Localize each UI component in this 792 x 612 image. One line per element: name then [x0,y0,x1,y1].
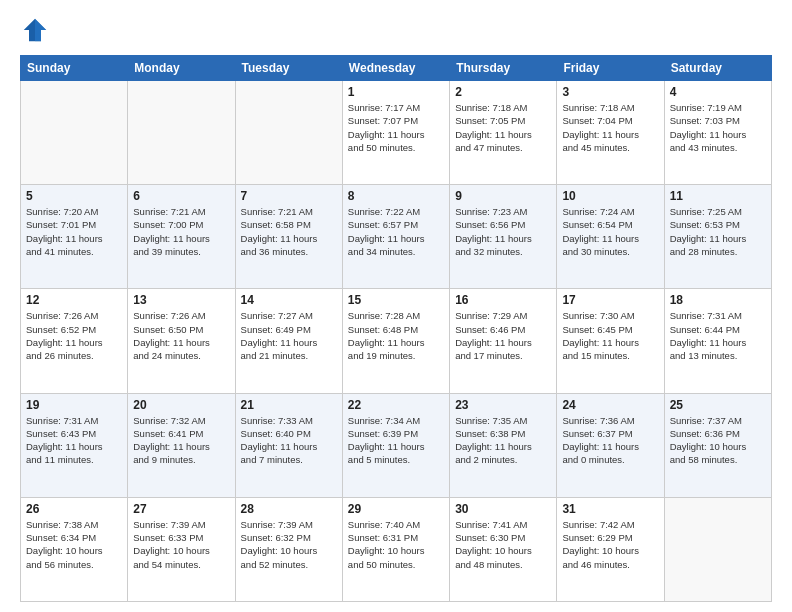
calendar-cell: 30Sunrise: 7:41 AM Sunset: 6:30 PM Dayli… [450,497,557,601]
calendar-cell: 3Sunrise: 7:18 AM Sunset: 7:04 PM Daylig… [557,81,664,185]
cell-date: 11 [670,189,766,203]
cell-date: 7 [241,189,337,203]
cell-date: 31 [562,502,658,516]
calendar-cell: 8Sunrise: 7:22 AM Sunset: 6:57 PM Daylig… [342,185,449,289]
cell-info: Sunrise: 7:36 AM Sunset: 6:37 PM Dayligh… [562,414,658,467]
weekday-header-monday: Monday [128,56,235,81]
cell-date: 24 [562,398,658,412]
cell-date: 2 [455,85,551,99]
calendar-table: SundayMondayTuesdayWednesdayThursdayFrid… [20,55,772,602]
calendar-cell: 18Sunrise: 7:31 AM Sunset: 6:44 PM Dayli… [664,289,771,393]
cell-date: 1 [348,85,444,99]
calendar-cell: 29Sunrise: 7:40 AM Sunset: 6:31 PM Dayli… [342,497,449,601]
calendar-cell: 4Sunrise: 7:19 AM Sunset: 7:03 PM Daylig… [664,81,771,185]
calendar-cell: 6Sunrise: 7:21 AM Sunset: 7:00 PM Daylig… [128,185,235,289]
cell-info: Sunrise: 7:26 AM Sunset: 6:52 PM Dayligh… [26,309,122,362]
cell-info: Sunrise: 7:18 AM Sunset: 7:04 PM Dayligh… [562,101,658,154]
cell-date: 3 [562,85,658,99]
calendar-cell: 15Sunrise: 7:28 AM Sunset: 6:48 PM Dayli… [342,289,449,393]
svg-marker-1 [35,19,46,42]
calendar-cell: 20Sunrise: 7:32 AM Sunset: 6:41 PM Dayli… [128,393,235,497]
cell-info: Sunrise: 7:31 AM Sunset: 6:43 PM Dayligh… [26,414,122,467]
cell-date: 18 [670,293,766,307]
cell-info: Sunrise: 7:35 AM Sunset: 6:38 PM Dayligh… [455,414,551,467]
cell-date: 17 [562,293,658,307]
calendar-week-row: 1Sunrise: 7:17 AM Sunset: 7:07 PM Daylig… [21,81,772,185]
cell-info: Sunrise: 7:39 AM Sunset: 6:32 PM Dayligh… [241,518,337,571]
cell-info: Sunrise: 7:21 AM Sunset: 7:00 PM Dayligh… [133,205,229,258]
cell-info: Sunrise: 7:34 AM Sunset: 6:39 PM Dayligh… [348,414,444,467]
calendar-cell: 13Sunrise: 7:26 AM Sunset: 6:50 PM Dayli… [128,289,235,393]
cell-info: Sunrise: 7:26 AM Sunset: 6:50 PM Dayligh… [133,309,229,362]
logo-icon [20,15,50,45]
calendar-cell: 24Sunrise: 7:36 AM Sunset: 6:37 PM Dayli… [557,393,664,497]
cell-info: Sunrise: 7:17 AM Sunset: 7:07 PM Dayligh… [348,101,444,154]
cell-info: Sunrise: 7:30 AM Sunset: 6:45 PM Dayligh… [562,309,658,362]
calendar-cell: 16Sunrise: 7:29 AM Sunset: 6:46 PM Dayli… [450,289,557,393]
cell-date: 29 [348,502,444,516]
cell-info: Sunrise: 7:28 AM Sunset: 6:48 PM Dayligh… [348,309,444,362]
cell-date: 14 [241,293,337,307]
cell-date: 19 [26,398,122,412]
calendar-cell: 21Sunrise: 7:33 AM Sunset: 6:40 PM Dayli… [235,393,342,497]
cell-info: Sunrise: 7:38 AM Sunset: 6:34 PM Dayligh… [26,518,122,571]
cell-date: 4 [670,85,766,99]
calendar-week-row: 12Sunrise: 7:26 AM Sunset: 6:52 PM Dayli… [21,289,772,393]
weekday-header-row: SundayMondayTuesdayWednesdayThursdayFrid… [21,56,772,81]
cell-info: Sunrise: 7:23 AM Sunset: 6:56 PM Dayligh… [455,205,551,258]
calendar-cell: 31Sunrise: 7:42 AM Sunset: 6:29 PM Dayli… [557,497,664,601]
calendar-cell: 26Sunrise: 7:38 AM Sunset: 6:34 PM Dayli… [21,497,128,601]
calendar-cell: 23Sunrise: 7:35 AM Sunset: 6:38 PM Dayli… [450,393,557,497]
cell-date: 22 [348,398,444,412]
cell-info: Sunrise: 7:27 AM Sunset: 6:49 PM Dayligh… [241,309,337,362]
calendar-cell: 25Sunrise: 7:37 AM Sunset: 6:36 PM Dayli… [664,393,771,497]
cell-date: 25 [670,398,766,412]
calendar-cell: 5Sunrise: 7:20 AM Sunset: 7:01 PM Daylig… [21,185,128,289]
cell-date: 30 [455,502,551,516]
calendar-cell: 10Sunrise: 7:24 AM Sunset: 6:54 PM Dayli… [557,185,664,289]
logo [20,15,54,45]
calendar-cell: 14Sunrise: 7:27 AM Sunset: 6:49 PM Dayli… [235,289,342,393]
cell-date: 10 [562,189,658,203]
calendar-cell: 11Sunrise: 7:25 AM Sunset: 6:53 PM Dayli… [664,185,771,289]
calendar-cell: 12Sunrise: 7:26 AM Sunset: 6:52 PM Dayli… [21,289,128,393]
cell-date: 15 [348,293,444,307]
calendar-cell: 2Sunrise: 7:18 AM Sunset: 7:05 PM Daylig… [450,81,557,185]
cell-date: 9 [455,189,551,203]
cell-info: Sunrise: 7:22 AM Sunset: 6:57 PM Dayligh… [348,205,444,258]
cell-date: 26 [26,502,122,516]
weekday-header-wednesday: Wednesday [342,56,449,81]
calendar-cell: 28Sunrise: 7:39 AM Sunset: 6:32 PM Dayli… [235,497,342,601]
cell-info: Sunrise: 7:24 AM Sunset: 6:54 PM Dayligh… [562,205,658,258]
cell-date: 28 [241,502,337,516]
calendar-cell [235,81,342,185]
calendar-cell: 19Sunrise: 7:31 AM Sunset: 6:43 PM Dayli… [21,393,128,497]
weekday-header-friday: Friday [557,56,664,81]
cell-info: Sunrise: 7:37 AM Sunset: 6:36 PM Dayligh… [670,414,766,467]
cell-info: Sunrise: 7:29 AM Sunset: 6:46 PM Dayligh… [455,309,551,362]
cell-date: 13 [133,293,229,307]
calendar-cell: 7Sunrise: 7:21 AM Sunset: 6:58 PM Daylig… [235,185,342,289]
cell-date: 20 [133,398,229,412]
cell-info: Sunrise: 7:31 AM Sunset: 6:44 PM Dayligh… [670,309,766,362]
cell-info: Sunrise: 7:39 AM Sunset: 6:33 PM Dayligh… [133,518,229,571]
cell-info: Sunrise: 7:25 AM Sunset: 6:53 PM Dayligh… [670,205,766,258]
header [20,15,772,45]
calendar-cell: 1Sunrise: 7:17 AM Sunset: 7:07 PM Daylig… [342,81,449,185]
weekday-header-sunday: Sunday [21,56,128,81]
cell-info: Sunrise: 7:19 AM Sunset: 7:03 PM Dayligh… [670,101,766,154]
cell-date: 12 [26,293,122,307]
calendar-week-row: 5Sunrise: 7:20 AM Sunset: 7:01 PM Daylig… [21,185,772,289]
cell-date: 16 [455,293,551,307]
cell-info: Sunrise: 7:21 AM Sunset: 6:58 PM Dayligh… [241,205,337,258]
cell-date: 6 [133,189,229,203]
calendar-cell: 22Sunrise: 7:34 AM Sunset: 6:39 PM Dayli… [342,393,449,497]
calendar-cell [128,81,235,185]
cell-info: Sunrise: 7:32 AM Sunset: 6:41 PM Dayligh… [133,414,229,467]
calendar-cell: 27Sunrise: 7:39 AM Sunset: 6:33 PM Dayli… [128,497,235,601]
cell-info: Sunrise: 7:40 AM Sunset: 6:31 PM Dayligh… [348,518,444,571]
cell-info: Sunrise: 7:41 AM Sunset: 6:30 PM Dayligh… [455,518,551,571]
calendar-cell [21,81,128,185]
calendar-week-row: 26Sunrise: 7:38 AM Sunset: 6:34 PM Dayli… [21,497,772,601]
calendar-week-row: 19Sunrise: 7:31 AM Sunset: 6:43 PM Dayli… [21,393,772,497]
